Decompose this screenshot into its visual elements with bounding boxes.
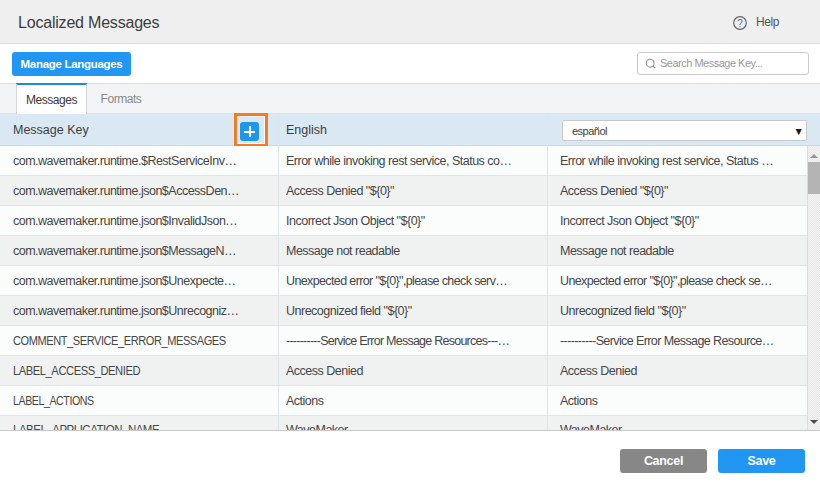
svg-text:?: ? bbox=[737, 18, 743, 29]
